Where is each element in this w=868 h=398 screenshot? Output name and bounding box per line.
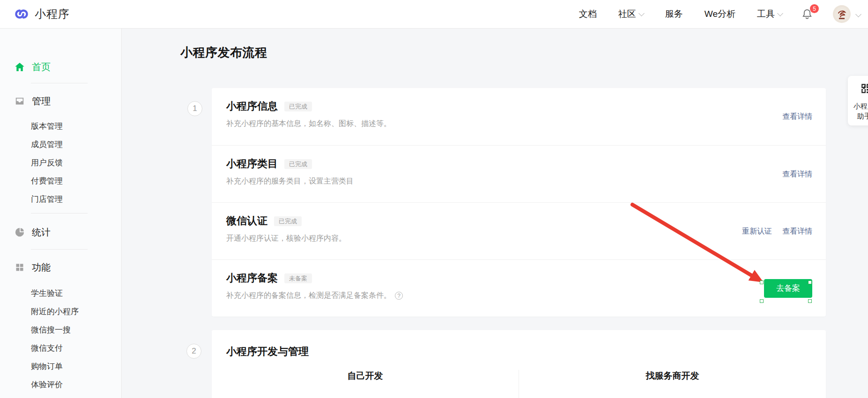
- go-filing-button[interactable]: 去备案: [764, 279, 812, 298]
- status-badge: 已完成: [284, 159, 312, 169]
- help-icon[interactable]: ?: [395, 292, 403, 300]
- publish-flow-card: 小程序信息 已完成 补充小程序的基本信息，如名称、图标、描述等。 查看详情 小程…: [212, 88, 826, 317]
- sidebar: 首页 管理 版本管理 成员管理 用户反馈 付费管理 门店管理 统计: [0, 29, 122, 398]
- qr-code-icon: [860, 82, 868, 96]
- miniprogram-logo-icon: [14, 7, 29, 22]
- nav-docs[interactable]: 文档: [579, 8, 597, 20]
- sidebar-item-student-verify[interactable]: 学生验证: [0, 284, 121, 302]
- status-badge: 未备案: [284, 273, 312, 283]
- avatar[interactable]: [833, 5, 851, 23]
- column-header-self-develop: 自己开发: [212, 370, 519, 389]
- inbox-icon: [14, 96, 25, 106]
- notification-bell[interactable]: 5: [801, 8, 813, 20]
- row-title: 小程序信息: [226, 99, 278, 113]
- notification-badge: 5: [810, 4, 819, 13]
- row-title: 小程序类目: [226, 157, 278, 171]
- top-header: 小程序 文档 社区 服务 We分析 工具 5: [0, 0, 868, 29]
- sidebar-item-payment-manage[interactable]: 付费管理: [0, 172, 121, 190]
- selection-handle[interactable]: [808, 299, 812, 303]
- selection-handle[interactable]: [760, 299, 764, 303]
- logo[interactable]: 小程序: [0, 7, 70, 22]
- row-description: 开通小程序认证，核验小程序内容。: [226, 234, 812, 243]
- status-badge: 已完成: [284, 102, 312, 111]
- view-details-link[interactable]: 查看详情: [782, 112, 812, 122]
- row-miniprogram-category: 小程序类目 已完成 补充小程序的服务类目，设置主营类目 查看详情: [212, 145, 826, 202]
- assistant-label: 小程序 助手: [853, 101, 868, 121]
- sidebar-item-experience-rating[interactable]: 体验评价: [0, 376, 121, 394]
- row-title: 微信认证: [226, 214, 267, 228]
- row-title: 小程序备案: [226, 271, 278, 285]
- sidebar-item-wechat-search[interactable]: 微信搜一搜: [0, 321, 121, 339]
- sidebar-item-home[interactable]: 首页: [0, 58, 121, 76]
- account-chevron-icon[interactable]: [855, 11, 861, 17]
- logo-text: 小程序: [35, 7, 70, 22]
- pie-chart-icon: [14, 227, 25, 237]
- avatar-image: [835, 7, 849, 21]
- selection-handle[interactable]: [760, 280, 764, 284]
- sidebar-item-wechat-pay[interactable]: 微信支付: [0, 339, 121, 357]
- row-description: 补充小程序的基本信息，如名称、图标、描述等。: [226, 119, 812, 129]
- nav-community[interactable]: 社区: [618, 8, 644, 20]
- row-description: 补充小程序的备案信息，检测是否满足备案条件。: [226, 291, 391, 301]
- row-miniprogram-info: 小程序信息 已完成 补充小程序的基本信息，如名称、图标、描述等。 查看详情: [212, 88, 826, 145]
- selection-handle[interactable]: [808, 280, 812, 284]
- sidebar-item-member-manage[interactable]: 成员管理: [0, 135, 121, 154]
- develop-manage-card: 小程序开发与管理 自己开发 开发工具 下载开发者工具进行代码的开发和上传： 普通…: [212, 330, 826, 398]
- sidebar-item-label: 功能: [32, 261, 51, 274]
- row-description: 补充小程序的服务类目，设置主营类目: [226, 177, 812, 186]
- column-header-find-provider: 找服务商开发: [519, 370, 826, 389]
- page-title: 小程序发布流程: [180, 44, 267, 61]
- view-details-link[interactable]: 查看详情: [782, 169, 812, 179]
- row-wechat-verification: 微信认证 已完成 开通小程序认证，核验小程序内容。 重新认证 查看详情: [212, 202, 826, 259]
- reverify-link[interactable]: 重新认证: [742, 226, 772, 236]
- sidebar-item-version-manage[interactable]: 版本管理: [0, 117, 121, 135]
- nav-services[interactable]: 服务: [665, 8, 683, 20]
- view-details-link[interactable]: 查看详情: [782, 226, 812, 236]
- assistant-float-panel[interactable]: 小程序 助手: [848, 76, 868, 125]
- sidebar-item-features[interactable]: 功能: [0, 258, 121, 277]
- nav-tools[interactable]: 工具: [757, 8, 782, 20]
- divider: [31, 213, 88, 214]
- sidebar-item-nearby-miniprogram[interactable]: 附近的小程序: [0, 302, 121, 321]
- grid-icon: [14, 263, 25, 272]
- step-number-1: 1: [187, 101, 202, 116]
- sidebar-item-statistics[interactable]: 统计: [0, 223, 121, 242]
- card-title: 小程序开发与管理: [212, 330, 826, 359]
- divider: [31, 249, 88, 250]
- sidebar-item-label: 统计: [32, 226, 51, 239]
- row-miniprogram-filing: 小程序备案 未备案 补充小程序的备案信息，检测是否满足备案条件。 ? 去备案: [212, 259, 826, 317]
- divider: [31, 83, 88, 83]
- chevron-down-icon: [638, 10, 645, 16]
- sidebar-item-shopping-orders[interactable]: 购物订单: [0, 357, 121, 376]
- step-number-2: 2: [186, 344, 201, 359]
- nav-we-analytics[interactable]: We分析: [705, 8, 735, 20]
- sidebar-item-label: 管理: [32, 95, 51, 108]
- sidebar-item-label: 首页: [32, 61, 51, 74]
- sidebar-item-user-feedback[interactable]: 用户反馈: [0, 154, 121, 172]
- sidebar-item-manage[interactable]: 管理: [0, 92, 121, 111]
- status-badge: 已完成: [274, 216, 302, 226]
- sidebar-item-store-manage[interactable]: 门店管理: [0, 190, 121, 208]
- home-icon: [14, 61, 25, 73]
- chevron-down-icon: [777, 10, 783, 16]
